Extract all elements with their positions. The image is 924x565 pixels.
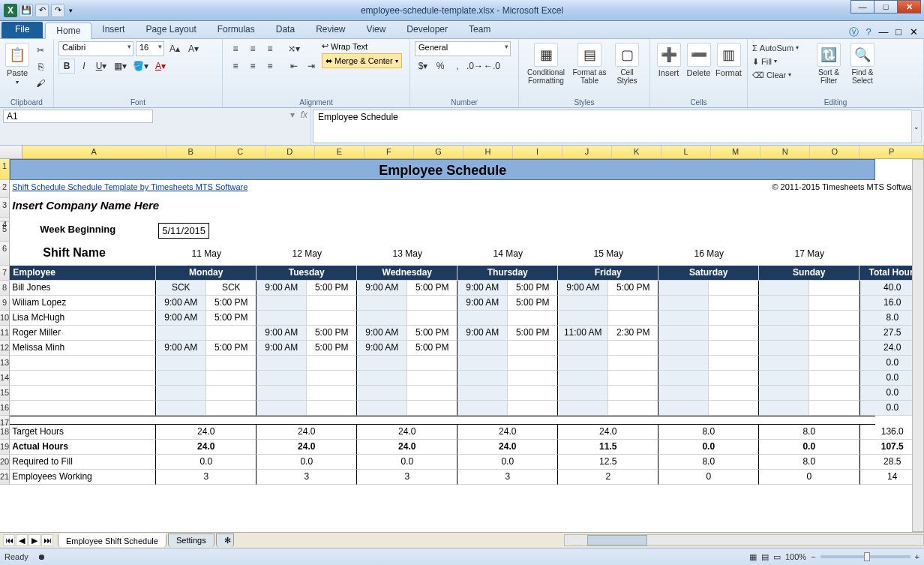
borders-icon[interactable]: ▦▾: [110, 59, 130, 74]
cell[interactable]: 9:00 AM: [458, 296, 508, 311]
cell[interactable]: 5:00 PM: [608, 281, 658, 296]
cell[interactable]: 5:00 PM: [307, 326, 357, 341]
cell[interactable]: 5:00 PM: [206, 296, 256, 311]
italic-button[interactable]: I: [76, 59, 92, 74]
format-as-table-button[interactable]: ▤ Format as Table: [571, 41, 608, 85]
cell[interactable]: Insert Company Name Here: [10, 198, 875, 218]
col-header-h[interactable]: H: [464, 146, 513, 158]
font-size-combo[interactable]: 16: [136, 41, 164, 56]
tab-home[interactable]: Home: [45, 23, 92, 39]
autosum-button[interactable]: ΣAutoSum▾: [752, 41, 811, 55]
cell[interactable]: 5:00 PM: [407, 281, 458, 296]
cell[interactable]: [307, 311, 357, 326]
cell[interactable]: [508, 311, 558, 326]
col-header-n[interactable]: N: [760, 146, 810, 158]
summary-cell[interactable]: 24.0: [156, 440, 256, 455]
col-header-p[interactable]: P: [860, 146, 924, 158]
cell[interactable]: Shift Name: [10, 242, 156, 266]
col-header-b[interactable]: B: [166, 146, 216, 158]
zoom-slider[interactable]: [820, 555, 910, 558]
copy-icon[interactable]: ⎘: [32, 59, 49, 74]
cell[interactable]: [658, 326, 709, 341]
save-icon[interactable]: 💾: [20, 4, 33, 17]
cell[interactable]: 5:00 PM: [508, 296, 558, 311]
tab-developer[interactable]: Developer: [396, 22, 458, 38]
cell[interactable]: [558, 386, 608, 401]
summary-cell[interactable]: 11.5: [558, 440, 658, 455]
cell[interactable]: [508, 371, 558, 386]
row-header[interactable]: 9: [0, 296, 10, 311]
cell[interactable]: [809, 281, 860, 296]
row-header[interactable]: 17: [0, 416, 10, 425]
prev-sheet-icon[interactable]: ◀: [16, 534, 28, 546]
cell[interactable]: 9:00 AM: [458, 326, 508, 341]
vertical-scrollbar[interactable]: [912, 159, 924, 532]
col-header-l[interactable]: L: [662, 146, 711, 158]
undo-icon[interactable]: ↶: [35, 4, 49, 17]
zoom-level[interactable]: 100%: [785, 552, 806, 561]
chevron-down-icon[interactable]: ▾: [67, 7, 75, 14]
cell[interactable]: Week Beginning: [10, 222, 156, 242]
conditional-formatting-button[interactable]: ▦ Conditional Formatting: [524, 41, 568, 85]
cell-styles-button[interactable]: ▢ Cell Styles: [610, 41, 644, 85]
row-header[interactable]: 15: [0, 386, 10, 401]
cell[interactable]: [256, 386, 307, 401]
cell[interactable]: [206, 386, 256, 401]
increase-indent-icon[interactable]: ⇥: [303, 59, 320, 74]
merge-center-button[interactable]: ⬌ Merge & Center ▾: [322, 53, 402, 68]
cell[interactable]: [256, 401, 307, 416]
cell[interactable]: [407, 356, 458, 371]
cell[interactable]: [658, 311, 709, 326]
cell[interactable]: [709, 401, 759, 416]
day-header[interactable]: Thursday: [458, 266, 558, 281]
cell[interactable]: 9:00 AM: [156, 296, 206, 311]
cell[interactable]: SCK: [206, 281, 256, 296]
cell[interactable]: 9:00 AM: [156, 341, 206, 356]
cell[interactable]: [558, 311, 608, 326]
tab-view[interactable]: View: [356, 22, 397, 38]
row-header[interactable]: 10: [0, 311, 10, 326]
cell[interactable]: [809, 296, 860, 311]
summary-cell[interactable]: 0.0: [458, 455, 558, 470]
cell[interactable]: Wiliam Lopez: [10, 296, 156, 311]
tab-insert[interactable]: Insert: [92, 22, 135, 38]
view-page-break-icon[interactable]: ▭: [773, 552, 781, 562]
cell[interactable]: [709, 341, 759, 356]
cell[interactable]: 11:00 AM: [558, 326, 608, 341]
col-header-j[interactable]: J: [562, 146, 612, 158]
cell[interactable]: 9:00 AM: [357, 341, 407, 356]
cell[interactable]: 5:00 PM: [307, 281, 357, 296]
cell[interactable]: [458, 356, 508, 371]
cell[interactable]: 9:00 AM: [256, 326, 307, 341]
cell[interactable]: [458, 341, 508, 356]
col-header-k[interactable]: K: [612, 146, 662, 158]
macro-record-icon[interactable]: ⏺: [38, 552, 46, 561]
window-close-icon[interactable]: ✕: [908, 26, 920, 38]
summary-cell[interactable]: 0.0: [256, 455, 357, 470]
col-header-o[interactable]: O: [810, 146, 860, 158]
cells-area[interactable]: Employee ScheduleShift Schedule Schedule…: [10, 159, 924, 485]
clear-button[interactable]: ⌫Clear▾: [752, 68, 811, 82]
cell[interactable]: [206, 371, 256, 386]
col-header-g[interactable]: G: [414, 146, 464, 158]
cell[interactable]: [10, 386, 156, 401]
window-minimize-icon[interactable]: —: [878, 26, 890, 38]
summary-cell[interactable]: 24.0: [558, 425, 658, 440]
align-left-icon[interactable]: ≡: [227, 59, 244, 74]
maximize-button[interactable]: □: [874, 0, 898, 14]
row-header[interactable]: 3: [0, 198, 10, 218]
cell[interactable]: [256, 222, 924, 242]
cell[interactable]: [307, 371, 357, 386]
row-header[interactable]: 7: [0, 266, 10, 281]
cell[interactable]: [458, 311, 508, 326]
find-select-button[interactable]: 🔍Find & Select: [847, 41, 878, 85]
cell[interactable]: [156, 386, 206, 401]
increase-decimal-icon[interactable]: .0→: [466, 59, 483, 74]
day-header[interactable]: Monday: [156, 266, 256, 281]
tab-page-layout[interactable]: Page Layout: [135, 22, 206, 38]
decrease-indent-icon[interactable]: ⇤: [286, 59, 302, 74]
col-header-i[interactable]: I: [513, 146, 562, 158]
next-sheet-icon[interactable]: ▶: [28, 534, 40, 546]
cell[interactable]: [357, 296, 407, 311]
template-link[interactable]: Shift Schedule Schedule Template by Time…: [10, 180, 535, 198]
